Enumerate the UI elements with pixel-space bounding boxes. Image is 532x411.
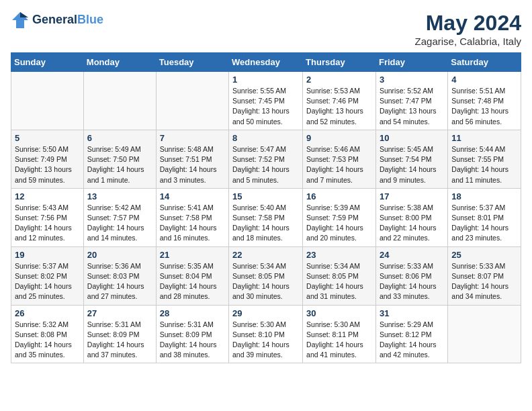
day-number: 1 <box>232 75 299 85</box>
day-number: 9 <box>306 133 372 143</box>
calendar-cell: 2Sunrise: 5:53 AM Sunset: 7:46 PM Daylig… <box>303 72 376 130</box>
day-number: 20 <box>87 250 152 260</box>
calendar-cell: 16Sunrise: 5:39 AM Sunset: 7:59 PM Dayli… <box>303 188 376 246</box>
day-number: 23 <box>306 250 372 260</box>
day-info: Sunrise: 5:52 AM Sunset: 7:47 PM Dayligh… <box>380 86 444 127</box>
day-info: Sunrise: 5:34 AM Sunset: 8:05 PM Dayligh… <box>306 261 372 302</box>
calendar-cell: 10Sunrise: 5:45 AM Sunset: 7:54 PM Dayli… <box>375 130 447 188</box>
calendar-cell: 12Sunrise: 5:43 AM Sunset: 7:56 PM Dayli… <box>11 188 84 246</box>
location: Zagarise, Calabria, Italy <box>415 36 521 47</box>
day-header-friday: Friday <box>375 53 447 72</box>
day-info: Sunrise: 5:53 AM Sunset: 7:46 PM Dayligh… <box>306 86 372 127</box>
logo: GeneralBlue <box>11 11 103 30</box>
day-info: Sunrise: 5:40 AM Sunset: 7:58 PM Dayligh… <box>232 203 299 244</box>
day-info: Sunrise: 5:50 AM Sunset: 7:49 PM Dayligh… <box>15 144 80 185</box>
day-info: Sunrise: 5:43 AM Sunset: 7:56 PM Dayligh… <box>15 203 80 244</box>
calendar-cell: 29Sunrise: 5:30 AM Sunset: 8:10 PM Dayli… <box>229 305 303 363</box>
day-number: 11 <box>451 133 517 143</box>
day-number: 14 <box>160 191 225 201</box>
day-info: Sunrise: 5:32 AM Sunset: 8:08 PM Dayligh… <box>15 320 80 361</box>
day-number: 19 <box>15 250 80 260</box>
day-info: Sunrise: 5:45 AM Sunset: 7:54 PM Dayligh… <box>380 144 444 185</box>
day-number: 26 <box>15 308 80 318</box>
day-number: 29 <box>232 308 299 318</box>
day-header-sunday: Sunday <box>11 53 84 72</box>
calendar-cell: 19Sunrise: 5:37 AM Sunset: 8:02 PM Dayli… <box>11 246 84 305</box>
day-info: Sunrise: 5:33 AM Sunset: 8:07 PM Dayligh… <box>451 261 517 302</box>
calendar-cell: 20Sunrise: 5:36 AM Sunset: 8:03 PM Dayli… <box>83 246 156 305</box>
day-info: Sunrise: 5:46 AM Sunset: 7:53 PM Dayligh… <box>306 144 372 185</box>
calendar-week-4: 19Sunrise: 5:37 AM Sunset: 8:02 PM Dayli… <box>11 246 521 305</box>
day-info: Sunrise: 5:38 AM Sunset: 8:00 PM Dayligh… <box>380 203 444 244</box>
calendar-cell: 4Sunrise: 5:51 AM Sunset: 7:48 PM Daylig… <box>448 72 521 130</box>
calendar-cell: 15Sunrise: 5:40 AM Sunset: 7:58 PM Dayli… <box>229 188 303 246</box>
calendar-cell: 5Sunrise: 5:50 AM Sunset: 7:49 PM Daylig… <box>11 130 84 188</box>
calendar-table: SundayMondayTuesdayWednesdayThursdayFrid… <box>11 52 521 363</box>
calendar-cell: 11Sunrise: 5:44 AM Sunset: 7:55 PM Dayli… <box>448 130 521 188</box>
calendar-cell <box>11 72 84 130</box>
day-number: 3 <box>380 75 444 85</box>
day-header-wednesday: Wednesday <box>229 53 303 72</box>
calendar-cell: 27Sunrise: 5:31 AM Sunset: 8:09 PM Dayli… <box>83 305 156 363</box>
day-number: 15 <box>232 191 299 201</box>
day-info: Sunrise: 5:42 AM Sunset: 7:57 PM Dayligh… <box>87 203 152 244</box>
calendar-week-2: 5Sunrise: 5:50 AM Sunset: 7:49 PM Daylig… <box>11 130 521 188</box>
day-number: 28 <box>160 308 225 318</box>
calendar-cell: 9Sunrise: 5:46 AM Sunset: 7:53 PM Daylig… <box>303 130 376 188</box>
day-number: 2 <box>306 75 372 85</box>
day-info: Sunrise: 5:31 AM Sunset: 8:09 PM Dayligh… <box>87 320 152 361</box>
calendar-cell: 6Sunrise: 5:49 AM Sunset: 7:50 PM Daylig… <box>83 130 156 188</box>
day-info: Sunrise: 5:39 AM Sunset: 7:59 PM Dayligh… <box>306 203 372 244</box>
logo-text: GeneralBlue <box>32 13 103 27</box>
calendar-week-1: 1Sunrise: 5:55 AM Sunset: 7:45 PM Daylig… <box>11 72 521 130</box>
day-info: Sunrise: 5:55 AM Sunset: 7:45 PM Dayligh… <box>232 86 299 127</box>
calendar-cell: 23Sunrise: 5:34 AM Sunset: 8:05 PM Dayli… <box>303 246 376 305</box>
page-header: GeneralBlue May 2024 Zagarise, Calabria,… <box>11 11 521 47</box>
calendar-cell: 14Sunrise: 5:41 AM Sunset: 7:58 PM Dayli… <box>156 188 228 246</box>
calendar-cell: 13Sunrise: 5:42 AM Sunset: 7:57 PM Dayli… <box>83 188 156 246</box>
day-number: 16 <box>306 191 372 201</box>
calendar-week-5: 26Sunrise: 5:32 AM Sunset: 8:08 PM Dayli… <box>11 305 521 363</box>
logo-icon <box>11 11 30 30</box>
svg-marker-1 <box>20 12 28 17</box>
title-block: May 2024 Zagarise, Calabria, Italy <box>415 11 521 47</box>
calendar-cell: 17Sunrise: 5:38 AM Sunset: 8:00 PM Dayli… <box>375 188 447 246</box>
day-header-saturday: Saturday <box>448 53 521 72</box>
day-number: 10 <box>380 133 444 143</box>
calendar-cell <box>448 305 521 363</box>
calendar-cell: 22Sunrise: 5:34 AM Sunset: 8:05 PM Dayli… <box>229 246 303 305</box>
day-number: 30 <box>306 308 372 318</box>
day-number: 25 <box>451 250 517 260</box>
day-number: 8 <box>232 133 299 143</box>
calendar-cell <box>156 72 228 130</box>
day-number: 13 <box>87 191 152 201</box>
day-info: Sunrise: 5:29 AM Sunset: 8:12 PM Dayligh… <box>380 320 444 361</box>
day-number: 4 <box>451 75 517 85</box>
calendar-cell: 3Sunrise: 5:52 AM Sunset: 7:47 PM Daylig… <box>375 72 447 130</box>
calendar-header: SundayMondayTuesdayWednesdayThursdayFrid… <box>11 53 521 72</box>
day-info: Sunrise: 5:31 AM Sunset: 8:09 PM Dayligh… <box>160 320 225 361</box>
day-info: Sunrise: 5:33 AM Sunset: 8:06 PM Dayligh… <box>380 261 444 302</box>
day-number: 31 <box>380 308 444 318</box>
day-info: Sunrise: 5:51 AM Sunset: 7:48 PM Dayligh… <box>451 86 517 127</box>
day-info: Sunrise: 5:36 AM Sunset: 8:03 PM Dayligh… <box>87 261 152 302</box>
day-header-thursday: Thursday <box>303 53 376 72</box>
day-info: Sunrise: 5:37 AM Sunset: 8:01 PM Dayligh… <box>451 203 517 244</box>
calendar-week-3: 12Sunrise: 5:43 AM Sunset: 7:56 PM Dayli… <box>11 188 521 246</box>
day-info: Sunrise: 5:30 AM Sunset: 8:11 PM Dayligh… <box>306 320 372 361</box>
calendar-cell: 24Sunrise: 5:33 AM Sunset: 8:06 PM Dayli… <box>375 246 447 305</box>
day-header-monday: Monday <box>83 53 156 72</box>
day-number: 6 <box>87 133 152 143</box>
day-number: 5 <box>15 133 80 143</box>
calendar-cell: 7Sunrise: 5:48 AM Sunset: 7:51 PM Daylig… <box>156 130 228 188</box>
day-info: Sunrise: 5:30 AM Sunset: 8:10 PM Dayligh… <box>232 320 299 361</box>
calendar-cell: 30Sunrise: 5:30 AM Sunset: 8:11 PM Dayli… <box>303 305 376 363</box>
calendar-cell: 25Sunrise: 5:33 AM Sunset: 8:07 PM Dayli… <box>448 246 521 305</box>
calendar-cell: 26Sunrise: 5:32 AM Sunset: 8:08 PM Dayli… <box>11 305 84 363</box>
day-info: Sunrise: 5:41 AM Sunset: 7:58 PM Dayligh… <box>160 203 225 244</box>
calendar-cell <box>83 72 156 130</box>
day-info: Sunrise: 5:47 AM Sunset: 7:52 PM Dayligh… <box>232 144 299 185</box>
day-info: Sunrise: 5:44 AM Sunset: 7:55 PM Dayligh… <box>451 144 517 185</box>
day-info: Sunrise: 5:49 AM Sunset: 7:50 PM Dayligh… <box>87 144 152 185</box>
calendar-cell: 1Sunrise: 5:55 AM Sunset: 7:45 PM Daylig… <box>229 72 303 130</box>
